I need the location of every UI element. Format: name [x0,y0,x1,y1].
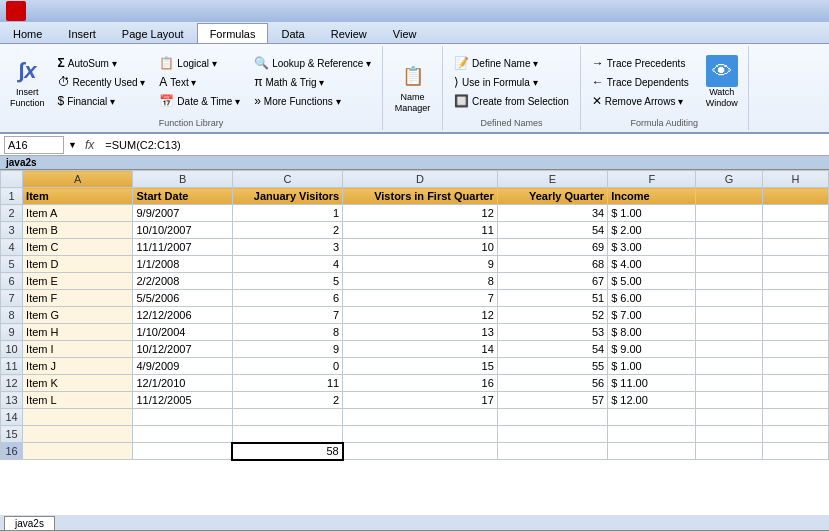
cell[interactable] [696,443,762,460]
cell[interactable]: Item F [23,290,133,307]
cell[interactable]: 11/12/2005 [133,392,232,409]
tab-data[interactable]: Data [268,23,317,43]
cell[interactable]: 56 [497,375,607,392]
col-header-f[interactable]: F [608,171,696,188]
cell[interactable] [762,409,828,426]
cell[interactable] [232,426,342,443]
cell[interactable]: $ 3.00 [608,239,696,256]
cell[interactable] [696,358,762,375]
cell[interactable] [133,409,232,426]
cell[interactable]: 11/11/2007 [133,239,232,256]
cell[interactable] [608,426,696,443]
cell[interactable] [23,443,133,460]
cell[interactable]: $ 2.00 [608,222,696,239]
cell[interactable]: Item [23,188,133,205]
formula-input[interactable] [102,138,825,152]
col-header-c[interactable]: C [232,171,342,188]
cell[interactable] [696,188,762,205]
cell[interactable] [696,256,762,273]
cell[interactable]: 69 [497,239,607,256]
tab-page-layout[interactable]: Page Layout [109,23,197,43]
use-in-formula-button[interactable]: ⟩ Use in Formula ▾ [449,73,574,92]
cell[interactable] [696,307,762,324]
cell[interactable]: 2 [232,392,342,409]
cell[interactable] [343,426,498,443]
cell[interactable]: 2 [232,222,342,239]
col-header-h[interactable]: H [762,171,828,188]
cell[interactable]: 1/1/2008 [133,256,232,273]
cell[interactable] [133,443,232,460]
cell[interactable]: Item A [23,205,133,222]
cell[interactable]: Item J [23,358,133,375]
cell[interactable]: 8 [232,324,342,341]
cell[interactable]: Vistors in First Quarter [343,188,498,205]
cell[interactable] [232,409,342,426]
cell[interactable]: 12 [343,307,498,324]
cell[interactable]: 8 [343,273,498,290]
cell[interactable] [762,239,828,256]
cell[interactable]: 1/10/2004 [133,324,232,341]
cell[interactable]: 11 [232,375,342,392]
cell[interactable]: Item C [23,239,133,256]
date-time-button[interactable]: 📅 Date & Time ▾ [154,92,245,111]
cell[interactable] [762,426,828,443]
cell[interactable] [762,358,828,375]
cell[interactable]: 51 [497,290,607,307]
cell[interactable] [762,222,828,239]
cell[interactable]: 17 [343,392,498,409]
cell[interactable] [696,222,762,239]
cell[interactable]: Item H [23,324,133,341]
cell[interactable]: Income [608,188,696,205]
cell[interactable]: $ 8.00 [608,324,696,341]
cell[interactable] [696,375,762,392]
cell[interactable]: 57 [497,392,607,409]
tab-review[interactable]: Review [318,23,380,43]
cell[interactable]: 7 [343,290,498,307]
cell[interactable] [762,307,828,324]
cell[interactable] [762,392,828,409]
cell[interactable] [23,426,133,443]
cell[interactable]: 1 [232,205,342,222]
text-button[interactable]: A Text ▾ [154,73,245,92]
cell[interactable]: $ 4.00 [608,256,696,273]
cell[interactable] [343,443,498,460]
cell[interactable]: $ 7.00 [608,307,696,324]
cell[interactable]: 9/9/2007 [133,205,232,222]
cell[interactable]: 53 [497,324,607,341]
cell[interactable]: Item B [23,222,133,239]
cell[interactable] [343,409,498,426]
logical-button[interactable]: 📋 Logical ▾ [154,54,245,73]
cell[interactable] [696,341,762,358]
cell[interactable]: Item E [23,273,133,290]
cell[interactable] [497,443,607,460]
cell[interactable] [762,375,828,392]
cell[interactable] [133,426,232,443]
financial-button[interactable]: $ Financial ▾ [53,92,151,111]
cell[interactable]: January Visitors [232,188,342,205]
tab-formulas[interactable]: Formulas [197,23,269,43]
cell[interactable] [696,426,762,443]
tab-home[interactable]: Home [0,23,55,43]
cell[interactable]: 2/2/2008 [133,273,232,290]
cell[interactable]: 12/12/2006 [133,307,232,324]
trace-dependents-button[interactable]: ← Trace Dependents [587,73,694,92]
cell[interactable]: $ 12.00 [608,392,696,409]
define-name-button[interactable]: 📝 Define Name ▾ [449,54,574,73]
col-header-d[interactable]: D [343,171,498,188]
cell[interactable]: 10 [343,239,498,256]
cell[interactable] [608,443,696,460]
autosum-button[interactable]: Σ AutoSum ▾ [53,54,151,73]
cell[interactable]: $ 5.00 [608,273,696,290]
cell[interactable]: $ 1.00 [608,205,696,222]
cell[interactable]: 10/10/2007 [133,222,232,239]
cell[interactable]: $ 1.00 [608,358,696,375]
cell[interactable] [762,324,828,341]
cell[interactable]: $ 11.00 [608,375,696,392]
cell[interactable] [762,443,828,460]
cell[interactable]: 3 [232,239,342,256]
cell[interactable]: Start Date [133,188,232,205]
cell[interactable]: Item D [23,256,133,273]
cell[interactable] [696,409,762,426]
cell[interactable]: 13 [343,324,498,341]
cell[interactable]: 67 [497,273,607,290]
